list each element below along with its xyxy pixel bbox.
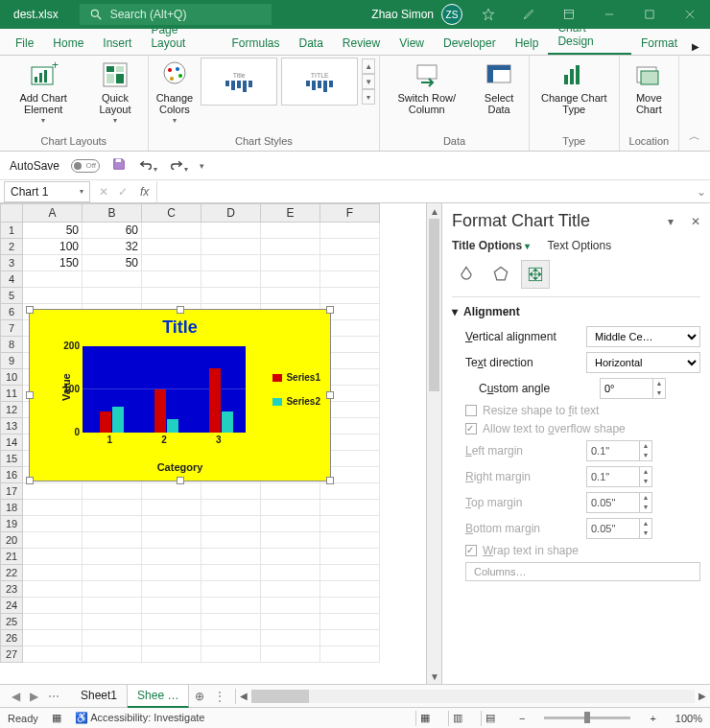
cell[interactable] [142, 271, 201, 288]
undo-button[interactable]: ▾ [138, 156, 157, 175]
formula-input[interactable] [156, 181, 693, 202]
row-header[interactable]: 8 [0, 337, 23, 353]
hscroll-left-icon[interactable]: ◀ [236, 689, 251, 704]
effects-tab-icon[interactable] [486, 260, 515, 289]
cell[interactable] [142, 255, 201, 271]
tab-data[interactable]: Data [289, 31, 332, 55]
page-break-view-icon[interactable]: ▤ [481, 711, 500, 726]
cell[interactable] [83, 646, 142, 663]
cell[interactable] [320, 565, 380, 581]
cell[interactable] [23, 598, 83, 614]
cell[interactable] [83, 549, 142, 565]
cell[interactable] [142, 630, 201, 646]
row-header[interactable]: 7 [0, 320, 23, 337]
switch-row-column-button[interactable]: Switch Row/ Column [384, 58, 469, 117]
row-header[interactable]: 19 [0, 516, 23, 532]
row-header[interactable]: 15 [0, 451, 23, 467]
row-header[interactable]: 10 [0, 369, 23, 386]
col-F[interactable]: F [320, 203, 380, 223]
cell[interactable] [320, 483, 380, 500]
cell[interactable] [261, 516, 320, 532]
sheet-tab-0[interactable]: Sheet1 [71, 685, 128, 708]
cell[interactable] [83, 516, 142, 532]
cell[interactable] [261, 483, 320, 500]
collapse-ribbon-icon[interactable]: ︿ [679, 123, 710, 151]
cell[interactable] [142, 565, 201, 581]
cell[interactable] [261, 223, 320, 239]
cell[interactable] [142, 223, 201, 239]
col-E[interactable]: E [261, 203, 320, 223]
tab-formulas[interactable]: Formulas [222, 31, 289, 55]
cell[interactable] [201, 598, 261, 614]
cell[interactable] [83, 483, 142, 500]
cell[interactable] [320, 532, 380, 549]
expand-formula-bar-icon[interactable]: ⌄ [693, 185, 710, 199]
cell[interactable] [23, 549, 83, 565]
row-header[interactable]: 12 [0, 402, 23, 418]
cell[interactable] [320, 614, 380, 630]
tabs-overflow-icon[interactable]: ▶ [687, 38, 704, 55]
cell[interactable] [201, 565, 261, 581]
row-header[interactable]: 14 [0, 434, 23, 451]
cell[interactable] [201, 630, 261, 646]
maximize-button[interactable] [629, 0, 670, 29]
zoom-out-button[interactable]: − [513, 713, 531, 724]
cell[interactable] [142, 483, 201, 500]
col-C[interactable]: C [142, 203, 201, 223]
scroll-down-icon[interactable]: ▼ [427, 669, 442, 684]
cell[interactable] [320, 288, 380, 304]
cell[interactable] [142, 646, 201, 663]
cell[interactable] [201, 532, 261, 549]
name-box[interactable]: Chart 1▾ [4, 181, 90, 202]
cell[interactable] [23, 483, 83, 500]
chart-style-1[interactable]: Title [201, 58, 277, 106]
cell[interactable] [142, 614, 201, 630]
cell[interactable] [23, 500, 83, 516]
cell[interactable]: 50 [83, 255, 142, 271]
chart-style-2[interactable]: TITLE [281, 58, 358, 106]
row-header[interactable]: 4 [0, 271, 23, 288]
gallery-up-icon[interactable]: ▲ [362, 59, 375, 74]
scroll-up-icon[interactable]: ▲ [427, 203, 442, 219]
cell-grid[interactable]: 1506021003231505045678910111213141516171… [0, 223, 426, 684]
tab-view[interactable]: View [390, 31, 434, 55]
tab-insert[interactable]: Insert [93, 31, 141, 55]
chart-plot-area[interactable] [83, 346, 246, 433]
cell[interactable] [201, 288, 261, 304]
cell[interactable] [83, 288, 142, 304]
cell[interactable] [142, 598, 201, 614]
cell[interactable] [261, 239, 320, 255]
cell[interactable] [83, 614, 142, 630]
cell[interactable] [83, 500, 142, 516]
cell[interactable]: 50 [23, 223, 83, 239]
tab-developer[interactable]: Developer [434, 31, 506, 55]
cell[interactable] [142, 239, 201, 255]
cell[interactable] [320, 646, 380, 663]
cell[interactable] [142, 516, 201, 532]
text-options-tab[interactable]: Text Options [547, 239, 611, 252]
title-options-tab[interactable]: Title Options ▾ [452, 239, 530, 252]
cell[interactable] [261, 288, 320, 304]
zoom-in-button[interactable]: + [644, 713, 661, 724]
row-header[interactable]: 2 [0, 239, 23, 255]
cell[interactable] [261, 532, 320, 549]
gallery-down-icon[interactable]: ▼ [362, 74, 375, 89]
cell[interactable] [320, 271, 380, 288]
angle-spin-down[interactable]: ▼ [653, 388, 665, 398]
cell[interactable] [320, 598, 380, 614]
sheet-nav-next-icon[interactable]: ▶ [30, 690, 38, 703]
quick-layout-button[interactable]: Quick Layout▾ [86, 58, 143, 128]
row-header[interactable]: 25 [0, 614, 23, 630]
vertical-scrollbar[interactable]: ▲ ▼ [426, 203, 441, 684]
fx-icon[interactable]: fx [132, 185, 156, 199]
qat-customize-icon[interactable]: ▾ [200, 161, 204, 171]
cell[interactable] [23, 516, 83, 532]
cell[interactable] [23, 630, 83, 646]
row-header[interactable]: 5 [0, 288, 23, 304]
cell[interactable] [261, 614, 320, 630]
select-all-corner[interactable] [0, 203, 23, 223]
redo-button[interactable]: ▾ [169, 156, 188, 175]
cell[interactable]: 150 [23, 255, 83, 271]
row-header[interactable]: 21 [0, 549, 23, 565]
col-A[interactable]: A [23, 203, 83, 223]
